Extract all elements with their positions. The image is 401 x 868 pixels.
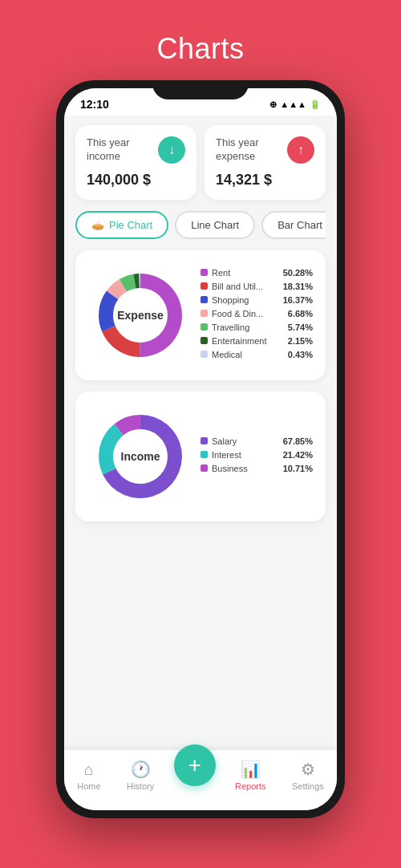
tab-bar-chart[interactable]: Bar Chart xyxy=(261,211,326,239)
legend-name: Shopping xyxy=(212,295,280,305)
income-chart-card: Income Salary67.85%Interest21.42%Busines… xyxy=(75,391,326,521)
legend-name: Interest xyxy=(212,450,280,460)
legend-name: Bill and Util... xyxy=(212,282,280,291)
phone-screen: 12:10 ⊕ ▲▲▲ 🔋 This year income ↓ 140,000… xyxy=(64,88,337,810)
legend-name: Entertainment xyxy=(212,336,285,346)
pie-chart-icon: 🥧 xyxy=(91,219,104,231)
legend-pct: 67.85% xyxy=(283,436,313,446)
legend-item: Business10.71% xyxy=(200,464,313,473)
income-icon: ↓ xyxy=(158,136,185,164)
legend-item: Salary67.85% xyxy=(200,436,313,446)
chart-tabs: 🥧 Pie Chart Line Chart Bar Chart xyxy=(75,211,326,239)
legend-pct: 50.28% xyxy=(283,268,313,278)
reports-icon: 📊 xyxy=(241,760,261,779)
status-time: 12:10 xyxy=(80,98,109,111)
expense-label: This year expense xyxy=(216,136,287,164)
legend-item: Interest21.42% xyxy=(200,450,313,460)
expense-card: This year expense ↑ 14,321 $ xyxy=(205,125,326,200)
legend-item: Travelling5.74% xyxy=(200,322,313,332)
legend-item: Rent50.28% xyxy=(200,268,313,278)
legend-pct: 10.71% xyxy=(283,464,313,473)
income-donut: Income xyxy=(88,404,192,509)
income-label: This year income xyxy=(87,136,158,164)
legend-name: Business xyxy=(212,464,280,473)
legend-pct: 16.37% xyxy=(283,295,313,305)
legend-name: Food & Din... xyxy=(212,309,285,318)
tab-line-chart[interactable]: Line Chart xyxy=(175,211,255,239)
legend-item: Entertainment2.15% xyxy=(200,336,313,346)
history-icon: 🕐 xyxy=(131,760,151,779)
legend-item: Shopping16.37% xyxy=(200,295,313,305)
legend-item: Medical0.43% xyxy=(200,350,313,359)
expense-legend: Rent50.28%Bill and Util...18.31%Shopping… xyxy=(200,268,313,363)
legend-pct: 6.68% xyxy=(288,309,313,318)
income-amount: 140,000 $ xyxy=(87,172,185,189)
nav-history-label: History xyxy=(127,781,154,791)
screen-content[interactable]: This year income ↓ 140,000 $ This year e… xyxy=(64,116,337,810)
legend-pct: 21.42% xyxy=(283,450,313,460)
legend-pct: 0.43% xyxy=(288,350,313,359)
phone-frame: 12:10 ⊕ ▲▲▲ 🔋 This year income ↓ 140,000… xyxy=(56,80,345,818)
expense-amount: 14,321 $ xyxy=(216,172,314,189)
nav-home-label: Home xyxy=(77,781,100,791)
home-icon: ⌂ xyxy=(84,761,94,779)
income-legend: Salary67.85%Interest21.42%Business10.71% xyxy=(200,436,313,477)
tab-pie-label: Pie Chart xyxy=(109,219,152,231)
legend-pct: 5.74% xyxy=(288,322,313,332)
nav-history[interactable]: 🕐 History xyxy=(120,756,160,794)
legend-name: Medical xyxy=(212,350,285,359)
legend-item: Bill and Util...18.31% xyxy=(200,282,313,291)
income-donut-label: Income xyxy=(120,450,160,463)
legend-pct: 2.15% xyxy=(288,336,313,346)
legend-name: Travelling xyxy=(212,322,285,332)
summary-cards: This year income ↓ 140,000 $ This year e… xyxy=(75,125,326,200)
legend-name: Salary xyxy=(212,436,280,446)
page-title: Charts xyxy=(156,32,244,66)
legend-name: Rent xyxy=(212,268,280,278)
expense-donut: Expense xyxy=(88,263,192,367)
notch xyxy=(152,80,249,99)
nav-reports-label: Reports xyxy=(235,781,266,791)
bottom-nav: ⌂ Home 🕐 History + 📊 Reports ⚙ Settings xyxy=(64,750,337,810)
nav-home[interactable]: ⌂ Home xyxy=(71,757,107,794)
nav-settings[interactable]: ⚙ Settings xyxy=(286,756,330,794)
expense-donut-label: Expense xyxy=(117,309,164,322)
expense-icon: ↑ xyxy=(287,136,314,164)
fab-add-button[interactable]: + xyxy=(174,744,216,786)
tab-pie-chart[interactable]: 🥧 Pie Chart xyxy=(75,211,168,239)
nav-settings-label: Settings xyxy=(292,781,324,791)
tab-line-label: Line Chart xyxy=(191,219,239,231)
expense-chart-card: Expense Rent50.28%Bill and Util...18.31%… xyxy=(75,250,326,380)
status-icons: ⊕ ▲▲▲ 🔋 xyxy=(269,99,321,110)
income-card: This year income ↓ 140,000 $ xyxy=(75,125,196,200)
legend-item: Food & Din...6.68% xyxy=(200,309,313,318)
nav-reports[interactable]: 📊 Reports xyxy=(229,756,273,794)
tab-bar-label: Bar Chart xyxy=(277,219,322,231)
legend-pct: 18.31% xyxy=(283,282,313,291)
settings-icon: ⚙ xyxy=(301,760,315,779)
